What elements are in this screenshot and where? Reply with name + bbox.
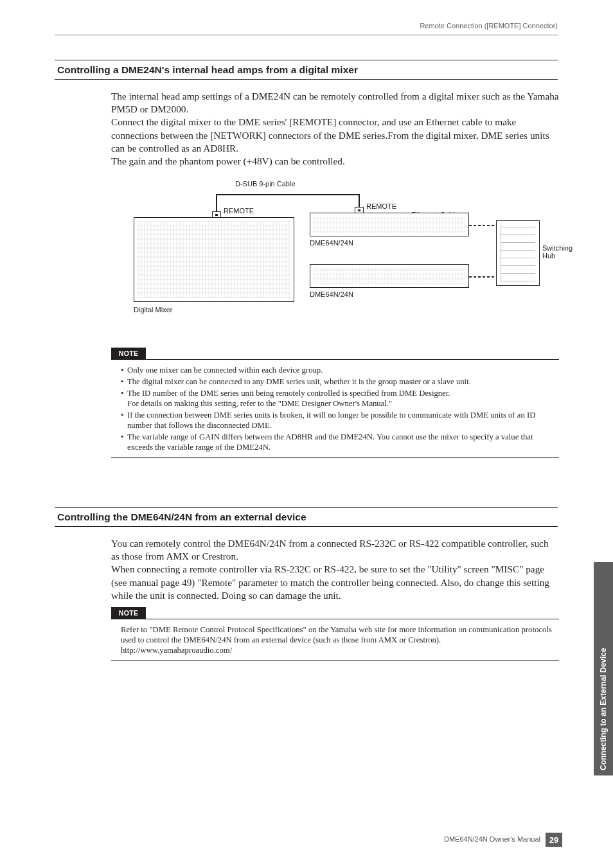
header-rule — [55, 35, 558, 35]
label-dme2: DME64N/24N — [310, 290, 353, 298]
section2-body: You can remotely control the DME64N/24N … — [111, 537, 559, 602]
footer-manual: DME64N/24N Owner's Manual — [444, 835, 540, 843]
note1-item-1: The digital mixer can be connected to an… — [121, 376, 559, 387]
dsubcable-top — [217, 194, 360, 195]
note2-pill: NOTE — [111, 607, 146, 619]
side-tab-label: Connecting to an External Device — [598, 567, 609, 770]
note1-list: Only one mixer can be connected within e… — [121, 365, 559, 454]
dme-device-2 — [310, 264, 469, 288]
note1-rule — [111, 359, 559, 360]
note2-text: Refer to "DME Remote Control Protocol Sp… — [121, 624, 559, 655]
note2-rule-bottom — [111, 660, 559, 661]
note1-item-0: Only one mixer can be connected within e… — [121, 365, 559, 375]
section1-body: The internal head amp settings of a DME2… — [111, 90, 559, 168]
label-dme1: DME64N/24N — [310, 239, 353, 247]
dsub-cable-label: D-SUB 9-pin Cable — [235, 180, 296, 188]
page-number-badge: 29 — [546, 833, 562, 847]
eth-2 — [469, 276, 496, 278]
note1-item-4: The variable range of GAIN differs betwe… — [121, 432, 559, 452]
note1-item-2: The ID number of the DME series unit bei… — [121, 388, 559, 409]
digital-mixer-device — [134, 217, 294, 302]
header-breadcrumb: Remote Connection ([REMOTE] Connector) — [420, 22, 558, 30]
switching-hub-label: Switching Hub — [542, 244, 573, 260]
dme-device-1 — [310, 213, 469, 236]
section1-heading: Controlling a DME24N's internal head amp… — [55, 60, 558, 80]
eth-1 — [469, 225, 496, 226]
note1-rule-bottom — [111, 457, 559, 458]
note1-pill: NOTE — [111, 348, 146, 359]
diagram: D-SUB 9-pin Cable REMOTE REMOTE Ethernet… — [134, 180, 558, 326]
remote-label-left: REMOTE — [224, 207, 254, 215]
section2-heading: Controlling the DME64N/24N from an exter… — [55, 507, 558, 527]
label-digital-mixer: Digital Mixer — [134, 306, 173, 314]
remote-label-right: REMOTE — [366, 202, 396, 210]
note1-item-3: If the connection between DME series uni… — [121, 410, 559, 430]
switching-hub-device — [496, 220, 540, 286]
note2-rule — [111, 619, 559, 619]
